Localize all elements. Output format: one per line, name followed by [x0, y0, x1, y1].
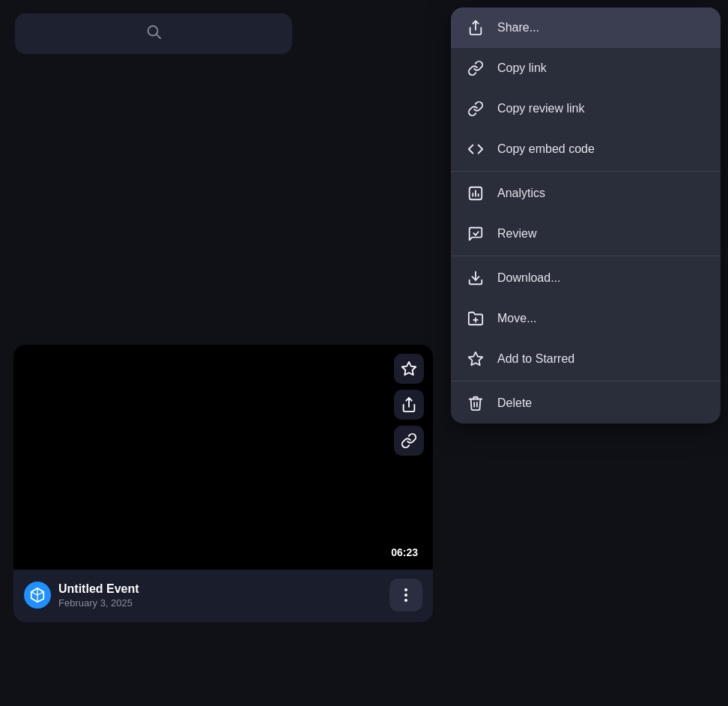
- menu-item-move[interactable]: Move...: [451, 298, 721, 339]
- menu-item-copy-embed-code[interactable]: Copy embed code: [451, 129, 721, 169]
- search-bar[interactable]: [15, 13, 292, 54]
- more-options-button[interactable]: [389, 579, 422, 612]
- video-meta: Untitled Event February 3, 2025: [58, 582, 382, 609]
- menu-label-copy-link: Copy link: [497, 61, 547, 75]
- dot: [404, 594, 407, 597]
- star-button[interactable]: [394, 354, 424, 384]
- divider-1: [451, 171, 721, 172]
- download-icon: [466, 268, 485, 288]
- video-date: February 3, 2025: [58, 597, 382, 609]
- link-button[interactable]: [394, 426, 424, 456]
- analytics-icon: [466, 184, 485, 203]
- divider-2: [451, 256, 721, 256]
- dot: [404, 599, 407, 602]
- video-card: 06:23 Untitled Event February 3, 2025: [13, 345, 433, 622]
- menu-label-move: Move...: [497, 312, 536, 325]
- video-thumbnail: 06:23: [13, 345, 433, 570]
- review-icon: [466, 224, 485, 244]
- menu-label-analytics: Analytics: [497, 187, 545, 200]
- menu-item-delete[interactable]: Delete: [451, 383, 721, 423]
- menu-item-copy-link[interactable]: Copy link: [451, 48, 721, 88]
- video-action-icons: [394, 354, 424, 456]
- svg-marker-2: [402, 362, 416, 375]
- folder-icon: [466, 309, 485, 328]
- menu-label-review: Review: [497, 227, 536, 241]
- menu-item-add-starred[interactable]: Add to Starred: [451, 339, 721, 379]
- menu-label-delete: Delete: [497, 396, 532, 410]
- menu-item-share[interactable]: Share...: [451, 7, 721, 48]
- menu-label-copy-review-link: Copy review link: [497, 102, 584, 115]
- menu-item-review[interactable]: Review: [451, 214, 721, 254]
- svg-line-1: [157, 34, 160, 38]
- share-button[interactable]: [394, 390, 424, 420]
- menu-item-copy-review-link[interactable]: Copy review link: [451, 88, 721, 129]
- menu-label-share: Share...: [497, 21, 539, 34]
- video-info: Untitled Event February 3, 2025: [13, 570, 433, 612]
- avatar: [24, 582, 51, 609]
- share-icon: [466, 18, 485, 37]
- trash-icon: [466, 393, 485, 413]
- divider-3: [451, 381, 721, 381]
- video-duration: 06:23: [385, 544, 424, 561]
- search-icon: [145, 23, 162, 44]
- svg-marker-12: [469, 352, 482, 365]
- context-menu: Share... Copy link Copy review link: [451, 7, 721, 423]
- review-link-icon: [466, 99, 485, 118]
- video-title: Untitled Event: [58, 582, 382, 596]
- star-icon: [466, 349, 485, 369]
- code-icon: [466, 139, 485, 159]
- menu-item-analytics[interactable]: Analytics: [451, 173, 721, 214]
- menu-label-download: Download...: [497, 271, 561, 285]
- menu-item-download[interactable]: Download...: [451, 258, 721, 298]
- menu-label-add-starred: Add to Starred: [497, 352, 574, 366]
- menu-label-copy-embed-code: Copy embed code: [497, 142, 595, 156]
- dot: [404, 588, 407, 591]
- link-icon: [466, 58, 485, 78]
